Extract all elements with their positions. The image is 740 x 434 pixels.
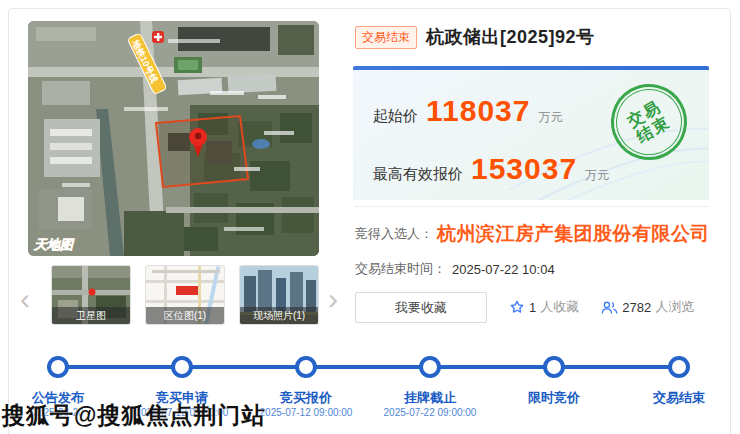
hospital-icon — [152, 31, 164, 43]
page-title: 杭政储出[2025]92号 — [426, 25, 595, 49]
highest-bid-row: 最高有效报价 153037 万元 — [373, 152, 609, 186]
action-row: 我要收藏 1人收藏 2782人浏览 — [355, 291, 711, 323]
step-label: 挂牌截止 — [370, 389, 490, 407]
viewers-icon — [601, 300, 618, 315]
timeline-line — [58, 365, 679, 369]
winner-label: 竞得入选人： — [355, 225, 433, 243]
stamp-text-line1: 交易 — [624, 97, 664, 131]
thumbnail-strip: ‹ 卫星图 — [9, 261, 349, 339]
thumbnail-label: 区位图(1) — [146, 307, 224, 324]
view-suffix: 人浏览 — [655, 298, 694, 316]
star-icon — [509, 299, 525, 315]
thumbnail-label: 现场照片(1) — [240, 307, 318, 324]
status-badge: 交易结束 — [355, 26, 417, 49]
winner-row: 竞得入选人： 杭州滨江房产集团股份有限公司 — [355, 221, 710, 247]
prev-arrow-icon[interactable]: ‹ — [15, 279, 35, 319]
timeline-node-limited-bid — [543, 356, 565, 378]
thumbnail-label: 卫星图 — [52, 307, 130, 324]
timeline-node-listing-end — [419, 356, 441, 378]
dotted-divider — [355, 206, 709, 207]
thumbnail-site-photo[interactable]: 现场照片(1) — [239, 265, 319, 325]
timeline-node-deal-end — [668, 356, 690, 378]
start-price-unit: 万元 — [538, 109, 562, 126]
end-time-row: 交易结束时间： 2025-07-22 10:04 — [355, 260, 555, 278]
highest-bid-unit: 万元 — [585, 167, 609, 184]
favorite-count: 1 — [529, 300, 536, 315]
price-card: 起始价 118037 万元 最高有效报价 153037 万元 交易 结束 — [353, 70, 709, 200]
thumbnail-satellite[interactable]: 卫星图 — [51, 265, 131, 325]
step-date: 2025-07-22 09:00:00 — [360, 407, 500, 418]
step-label: 交易结束 — [619, 389, 739, 407]
start-price-label: 起始价 — [373, 107, 418, 126]
highest-bid-label: 最高有效报价 — [373, 165, 463, 184]
content-container: 地铁10号线 天地图 ‹ 卫星图 — [8, 8, 731, 434]
favorite-button[interactable]: 我要收藏 — [355, 292, 487, 323]
header-row: 交易结束 杭政储出[2025]92号 — [355, 25, 595, 49]
thumbnail-location-map[interactable]: 区位图(1) — [145, 265, 225, 325]
winner-name: 杭州滨江房产集团股份有限公司 — [437, 221, 710, 247]
end-time-value: 2025-07-22 10:04 — [452, 262, 555, 277]
step-label: 限时竞价 — [494, 389, 614, 407]
start-price-row: 起始价 118037 万元 — [373, 94, 562, 128]
timeline-node-bid — [295, 356, 317, 378]
satellite-map-image: 地铁10号线 天地图 — [28, 21, 319, 256]
favorite-stat[interactable]: 1人收藏 — [509, 298, 579, 316]
favorite-suffix: 人收藏 — [540, 298, 579, 316]
satellite-map[interactable]: 地铁10号线 天地图 — [28, 21, 319, 256]
end-time-label: 交易结束时间： — [355, 260, 446, 278]
next-arrow-icon[interactable]: › — [323, 279, 343, 319]
stamp-text-line2: 结束 — [633, 113, 673, 147]
view-stat: 2782人浏览 — [601, 298, 694, 316]
timeline-node-apply — [171, 356, 193, 378]
map-provider-logo: 天地图 — [33, 237, 75, 252]
highest-bid-value: 153037 — [471, 152, 577, 186]
timeline-node-announce — [47, 356, 69, 378]
start-price-value: 118037 — [426, 94, 530, 128]
view-count: 2782 — [622, 300, 651, 315]
land-auction-page: 地铁10号线 天地图 ‹ 卫星图 — [0, 0, 740, 434]
watermark-text: 搜狐号@搜狐焦点荆门站 — [2, 400, 265, 431]
